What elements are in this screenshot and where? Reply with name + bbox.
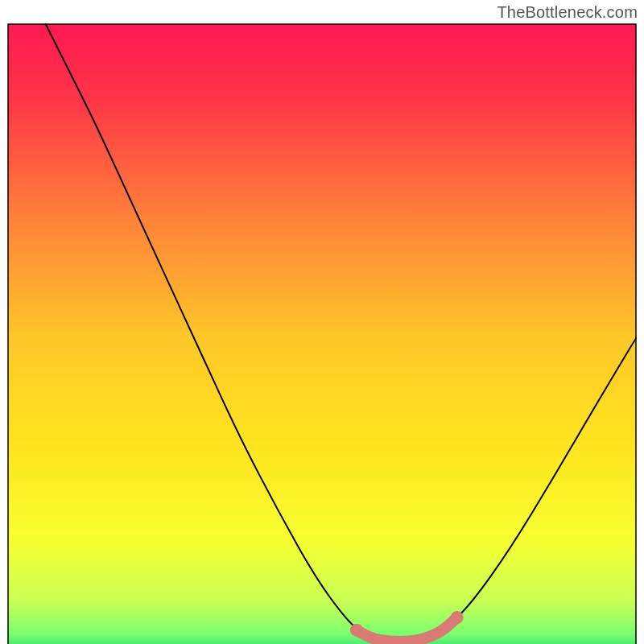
chart-frame: [8, 24, 636, 644]
chart-container: TheBottleneck.com: [0, 0, 644, 644]
chart-svg: [0, 0, 644, 644]
highlight-end-dot: [451, 611, 464, 624]
attribution-label: TheBottleneck.com: [497, 3, 638, 22]
highlight-end-dot: [350, 624, 363, 637]
